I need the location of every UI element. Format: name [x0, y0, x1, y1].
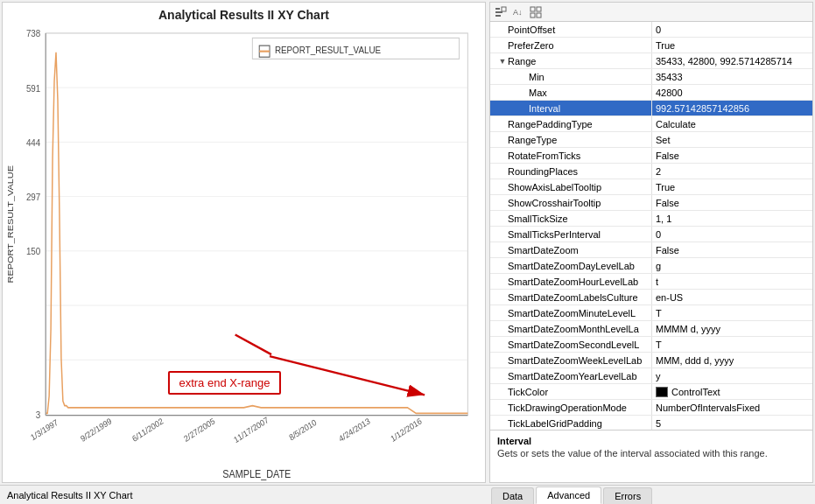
prop-name-cell: ShowAxisLabelTooltip [490, 179, 652, 194]
prop-value-text: 35433, 42800, 992.5714285714 [656, 56, 792, 66]
prop-row[interactable]: RoundingPlaces2 [490, 164, 812, 179]
prop-row[interactable]: TickLabelGridPadding5 [490, 416, 812, 430]
prop-name-cell: SmallTickSize [490, 211, 652, 226]
svg-rect-35 [495, 15, 501, 17]
prop-value-cell: 1, 1 [652, 211, 812, 226]
prop-row[interactable]: RangeTypeSet [490, 132, 812, 148]
prop-row[interactable]: SmartDateZoomWeekLevelLabMMM, ddd d, yyy… [490, 353, 812, 368]
properties-toolbar: A↓ [490, 3, 812, 22]
prop-value-cell: g [652, 258, 812, 273]
svg-text:150: 150 [26, 247, 41, 257]
prop-name-cell: RotateFromTicks [490, 148, 652, 163]
prop-name-cell: SmartDateZoomHourLevelLab [490, 274, 652, 289]
prop-name-label: RangePaddingType [508, 119, 593, 130]
svg-text:REPORT_RESULT_VALUE: REPORT_RESULT_VALUE [275, 45, 381, 55]
sort-categorized-icon[interactable] [494, 5, 508, 19]
prop-name-label: SmartDateZoomHourLevelLab [508, 276, 638, 287]
prop-name-label: SmartDateZoomDayLevelLab [508, 261, 635, 271]
prop-row[interactable]: SmartDateZoomMinuteLevelLT [490, 305, 812, 321]
prop-row[interactable]: SmartDateZoomSecondLevelLT [490, 337, 812, 353]
prop-name-cell: RangePaddingType [490, 116, 652, 131]
prop-value-cell[interactable]: 992.57142857142856 [652, 101, 812, 116]
prop-row[interactable]: ▼Range35433, 42800, 992.5714285714 [490, 53, 812, 69]
prop-row[interactable]: SmartDateZoomHourLevelLabt [490, 274, 812, 290]
prop-value-cell: 35433 [652, 69, 812, 84]
svg-text:444: 444 [26, 137, 41, 148]
prop-name-cell: Max [490, 85, 652, 100]
svg-text:591: 591 [26, 83, 41, 94]
prop-name-label: SmartDateZoomLabelsCulture [508, 292, 638, 303]
chart-wrapper: 738 591 444 297 150 3 1/3/1997 9/22/1999… [3, 24, 485, 482]
prop-row[interactable]: Max42800 [490, 85, 812, 101]
sort-alpha-icon[interactable]: A↓ [511, 5, 525, 19]
annotation-text: extra end X-range [179, 376, 270, 389]
tab-advanced[interactable]: Advanced [536, 486, 601, 504]
prop-value-text: t [656, 276, 658, 287]
prop-value-cell: Calculate [652, 116, 812, 131]
prop-expand-icon[interactable]: ▼ [497, 57, 508, 66]
prop-value-cell: 0 [652, 227, 812, 242]
bottom-bar-text: Analytical Results II XY Chart [7, 490, 132, 500]
prop-row[interactable]: Interval992.57142857142856 [490, 101, 812, 116]
chart-area: Analytical Results II XY Chart [2, 2, 486, 483]
prop-value-cell: MMMM d, yyyy [652, 321, 812, 336]
chart-svg: 738 591 444 297 150 3 1/3/1997 9/22/1999… [3, 24, 485, 482]
svg-rect-38 [530, 7, 535, 11]
prop-row[interactable]: SmallTicksPerInterval0 [490, 227, 812, 242]
prop-value-cell: T [652, 337, 812, 352]
prop-name-label: TickColor [508, 387, 548, 397]
prop-name-label: PreferZero [508, 40, 554, 51]
description-box: Interval Gets or sets the value of the i… [490, 430, 812, 482]
prop-value-text: False [656, 245, 679, 256]
tab-bar: DataAdvancedErrors [491, 485, 815, 504]
prop-name-cell: Min [490, 69, 652, 84]
prop-row[interactable]: SmallTickSize1, 1 [490, 211, 812, 227]
prop-name-cell: SmartDateZoomMinuteLevelL [490, 305, 652, 320]
svg-text:8/5/2010: 8/5/2010 [288, 417, 319, 442]
grid-icon[interactable] [529, 5, 543, 19]
prop-row[interactable]: SmartDateZoomDayLevelLabg [490, 258, 812, 274]
prop-row[interactable]: RangePaddingTypeCalculate [490, 116, 812, 132]
prop-name-cell: SmartDateZoomMonthLevelLa [490, 321, 652, 336]
svg-text:2/27/2005: 2/27/2005 [182, 416, 216, 444]
prop-name-label: SmallTicksPerInterval [508, 229, 601, 240]
prop-name-label: SmartDateZoomSecondLevelL [508, 340, 639, 350]
prop-row[interactable]: PreferZeroTrue [490, 38, 812, 53]
prop-row[interactable]: ShowCrosshairTooltipFalse [490, 195, 812, 211]
prop-name-label: Range [508, 56, 536, 66]
tab-data[interactable]: Data [491, 487, 534, 504]
prop-name-cell: PointOffset [490, 22, 652, 37]
prop-row[interactable]: ShowAxisLabelTooltipTrue [490, 179, 812, 195]
prop-row[interactable]: Min35433 [490, 69, 812, 85]
svg-text:738: 738 [26, 29, 41, 39]
prop-value-text: True [656, 40, 675, 51]
tab-errors[interactable]: Errors [603, 487, 652, 504]
prop-name-label: RoundingPlaces [508, 166, 578, 177]
prop-row[interactable]: SmartDateZoomYearLevelLaby [490, 368, 812, 384]
prop-row[interactable]: TickDrawingOperationModeNumberOfInterval… [490, 400, 812, 416]
prop-row[interactable]: SmartDateZoomFalse [490, 242, 812, 258]
prop-row[interactable]: PointOffset0 [490, 22, 812, 38]
prop-value-cell: False [652, 148, 812, 163]
svg-rect-40 [530, 13, 535, 18]
prop-name-cell: RoundingPlaces [490, 164, 652, 178]
prop-value-cell: 42800 [652, 85, 812, 100]
prop-row[interactable]: SmartDateZoomLabelsCultureen-US [490, 290, 812, 305]
prop-name-label: Interval [518, 103, 560, 114]
prop-name-label: SmartDateZoomMonthLevelLa [508, 324, 639, 334]
svg-text:A↓: A↓ [513, 8, 523, 17]
prop-row[interactable]: TickColorControlText [490, 384, 812, 400]
prop-name-label: RangeType [508, 135, 557, 145]
chart-content: 738 591 444 297 150 3 1/3/1997 9/22/1999… [3, 24, 485, 482]
svg-rect-39 [537, 7, 541, 11]
prop-name-cell: Interval [490, 101, 652, 116]
prop-value-text: y [656, 371, 661, 382]
prop-row[interactable]: SmartDateZoomMonthLevelLaMMMM d, yyyy [490, 321, 812, 337]
prop-value-text: 0 [656, 229, 661, 240]
prop-row[interactable]: RotateFromTicksFalse [490, 148, 812, 164]
prop-name-cell: ShowCrosshairTooltip [490, 195, 652, 210]
svg-text:11/17/2007: 11/17/2007 [232, 416, 270, 445]
prop-name-label: Max [518, 88, 547, 98]
prop-name-label: SmallTickSize [508, 214, 568, 224]
prop-name-cell: TickDrawingOperationMode [490, 400, 652, 415]
